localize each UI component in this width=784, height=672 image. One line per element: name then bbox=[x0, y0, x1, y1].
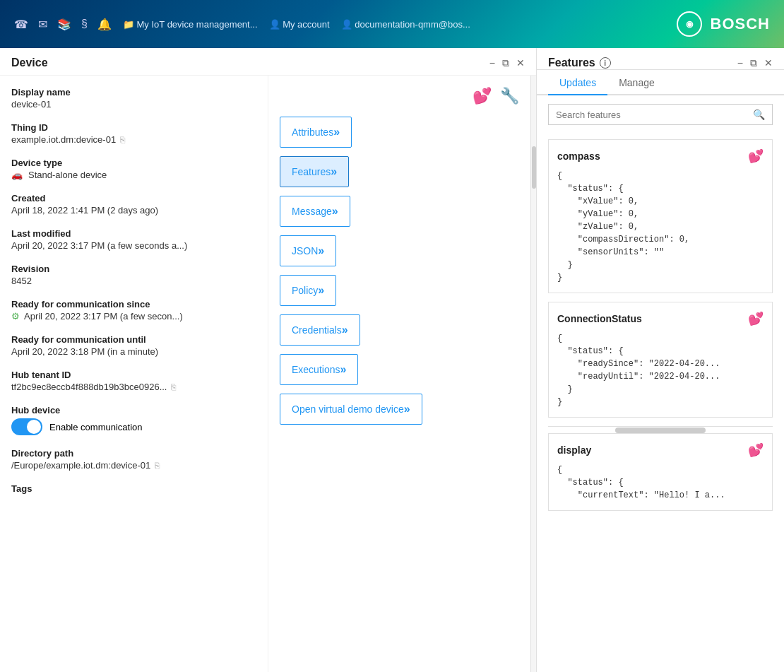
json-button[interactable]: JSON » bbox=[280, 235, 336, 266]
search-input[interactable] bbox=[556, 110, 747, 120]
feature-card-connectionstatus: ConnectionStatus 💕 { "status": { "readyS… bbox=[548, 302, 773, 418]
message-chevron: » bbox=[332, 205, 338, 218]
features-close-button[interactable]: ✕ bbox=[764, 57, 773, 69]
tags-field: Tags bbox=[11, 483, 256, 494]
json-chevron: » bbox=[318, 244, 324, 257]
features-panel-header: Features i − ⧉ ✕ bbox=[537, 48, 784, 70]
directory-path-label: Directory path bbox=[11, 448, 256, 459]
minimize-button[interactable]: − bbox=[489, 57, 495, 69]
bosch-logo: BOSCH bbox=[711, 15, 770, 33]
features-panel: Features i − ⧉ ✕ Updates Manage 🔍 bbox=[537, 48, 784, 672]
paragraph-icon[interactable]: § bbox=[81, 18, 88, 30]
ready-since-value: ⚙ April 20, 2022 3:17 PM (a few secon...… bbox=[11, 311, 256, 322]
bosch-circle-icon: ◉ bbox=[677, 11, 702, 37]
feature-card-display-header: display 💕 bbox=[557, 442, 764, 458]
attributes-button[interactable]: Attributes » bbox=[280, 117, 352, 148]
mail-icon[interactable]: ✉ bbox=[38, 18, 47, 31]
expand-button[interactable]: ⧉ bbox=[502, 57, 509, 69]
main-layout: Device − ⧉ ✕ Display name device-01 Thin… bbox=[0, 48, 784, 672]
display-name-value: device-01 bbox=[11, 99, 256, 110]
credentials-chevron: » bbox=[342, 324, 348, 336]
revision-field: Revision 8452 bbox=[11, 264, 256, 286]
directory-path-copy-icon[interactable]: ⎘ bbox=[155, 461, 160, 471]
ready-until-field: Ready for communication until April 20, … bbox=[11, 334, 256, 357]
device-panel-controls: − ⧉ ✕ bbox=[489, 57, 525, 69]
policy-button[interactable]: Policy » bbox=[280, 275, 336, 306]
thing-id-copy-icon[interactable]: ⎘ bbox=[120, 135, 125, 145]
features-tabs: Updates Manage bbox=[537, 70, 784, 95]
features-hscrollbar[interactable] bbox=[548, 426, 773, 433]
features-info-icon[interactable]: i bbox=[600, 57, 611, 69]
device-panel-header: Device − ⧉ ✕ bbox=[0, 48, 536, 76]
feature-card-compass-header: compass 💕 bbox=[557, 148, 764, 164]
features-panel-controls: − ⧉ ✕ bbox=[737, 57, 773, 69]
ready-until-label: Ready for communication until bbox=[11, 334, 256, 345]
device-actions: 💕 🔧 Attributes » Features » Message » JS… bbox=[268, 76, 530, 672]
thing-id-value: example.iot.dm:device-01 ⎘ bbox=[11, 134, 256, 145]
credentials-button[interactable]: Credentials » bbox=[280, 314, 360, 346]
features-button[interactable]: Features » bbox=[280, 156, 349, 187]
tab-manage[interactable]: Manage bbox=[607, 70, 666, 94]
device-panel-title: Device bbox=[11, 57, 48, 69]
topbar-icons: ☎ ✉ 📚 § 🔔 bbox=[14, 18, 112, 31]
ready-since-icon: ⚙ bbox=[11, 311, 20, 322]
executions-button[interactable]: Executions » bbox=[280, 354, 358, 385]
nav-account[interactable]: 👤 My account bbox=[269, 19, 330, 30]
nav-iot[interactable]: 📁 My IoT device management... bbox=[123, 19, 258, 30]
feature-heart-connectionstatus[interactable]: 💕 bbox=[748, 311, 764, 326]
hub-tenant-field: Hub tenant ID tf2bc9ec8eccb4f888db19b3bc… bbox=[11, 370, 256, 392]
search-icon[interactable]: 🔍 bbox=[753, 109, 765, 120]
display-name-field: Display name device-01 bbox=[11, 87, 256, 110]
topbar: ☎ ✉ 📚 § 🔔 📁 My IoT device management... … bbox=[0, 0, 784, 48]
last-modified-field: Last modified April 20, 2022 3:17 PM (a … bbox=[11, 228, 256, 251]
device-type-icon: 🚗 bbox=[11, 170, 23, 180]
action-icons-row: 💕 🔧 bbox=[280, 87, 519, 105]
message-button[interactable]: Message » bbox=[280, 196, 350, 227]
device-scrollbar-thumb[interactable] bbox=[532, 146, 536, 189]
feature-json-connectionstatus: { "status": { "readySince": "2022-04-20.… bbox=[557, 332, 764, 408]
feature-name-display: display bbox=[557, 444, 591, 456]
features-chevron: » bbox=[331, 165, 337, 178]
enable-communication-toggle[interactable] bbox=[11, 418, 42, 435]
directory-path-value: /Europe/example.iot.dm:device-01 ⎘ bbox=[11, 460, 256, 471]
features-expand-button[interactable]: ⧉ bbox=[750, 57, 757, 69]
features-hscrollbar-thumb[interactable] bbox=[615, 428, 705, 433]
open-virtual-button[interactable]: Open virtual demo device » bbox=[280, 394, 422, 425]
hub-device-field: Hub device Enable communication bbox=[11, 405, 256, 435]
feature-heart-display[interactable]: 💕 bbox=[748, 442, 764, 458]
enable-communication-label: Enable communication bbox=[49, 422, 143, 432]
book-icon[interactable]: 📚 bbox=[57, 18, 71, 31]
created-label: Created bbox=[11, 193, 256, 204]
feature-heart-compass[interactable]: 💕 bbox=[748, 148, 764, 164]
display-name-label: Display name bbox=[11, 87, 256, 98]
executions-chevron: » bbox=[340, 363, 346, 376]
thing-id-field: Thing ID example.iot.dm:device-01 ⎘ bbox=[11, 122, 256, 145]
last-modified-label: Last modified bbox=[11, 228, 256, 239]
revision-label: Revision bbox=[11, 264, 256, 274]
nav-user[interactable]: 👤 documentation-qmm@bos... bbox=[341, 19, 470, 30]
phone-icon[interactable]: ☎ bbox=[14, 18, 28, 31]
search-box: 🔍 bbox=[548, 104, 773, 125]
device-scrollbar[interactable] bbox=[530, 76, 536, 672]
feature-name-connectionstatus: ConnectionStatus bbox=[557, 313, 642, 324]
hub-tenant-label: Hub tenant ID bbox=[11, 370, 256, 380]
hub-device-label: Hub device bbox=[11, 405, 256, 415]
created-field: Created April 18, 2022 1:41 PM (2 days a… bbox=[11, 193, 256, 216]
open-virtual-chevron: » bbox=[404, 403, 410, 415]
bell-icon[interactable]: 🔔 bbox=[97, 18, 112, 31]
attributes-chevron: » bbox=[333, 126, 340, 138]
feature-json-compass: { "status": { "xValue": 0, "yValue": 0, … bbox=[557, 170, 764, 284]
enable-communication-row: Enable communication bbox=[11, 418, 256, 435]
created-value: April 18, 2022 1:41 PM (2 days ago) bbox=[11, 205, 256, 216]
close-button[interactable]: ✕ bbox=[516, 57, 525, 69]
topbar-nav: 📁 My IoT device management... 👤 My accou… bbox=[123, 19, 665, 30]
policy-chevron: » bbox=[318, 284, 324, 297]
tools-icon[interactable]: 🔧 bbox=[500, 87, 519, 105]
heart-icon[interactable]: 💕 bbox=[473, 87, 492, 105]
device-info: Display name device-01 Thing ID example.… bbox=[0, 76, 268, 672]
tab-updates[interactable]: Updates bbox=[548, 70, 607, 94]
hub-tenant-copy-icon[interactable]: ⎘ bbox=[171, 382, 176, 392]
revision-value: 8452 bbox=[11, 276, 256, 286]
device-content: Display name device-01 Thing ID example.… bbox=[0, 76, 536, 672]
features-minimize-button[interactable]: − bbox=[737, 57, 743, 69]
